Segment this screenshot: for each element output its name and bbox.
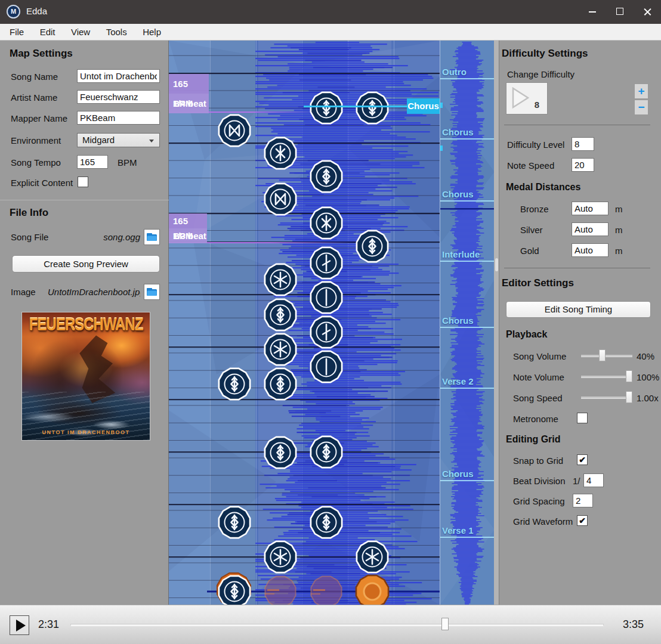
mapper-name-input[interactable] <box>77 111 160 125</box>
nav-section-label[interactable]: Chorus <box>442 127 474 137</box>
note-rune-diamond[interactable] <box>265 437 296 468</box>
window-title: Edda <box>26 6 47 16</box>
metronome-checkbox[interactable] <box>577 413 588 423</box>
nav-section-label[interactable]: Chorus <box>442 469 474 479</box>
note-rune-diamond[interactable] <box>219 576 250 605</box>
artist-name-input[interactable] <box>77 90 160 104</box>
add-difficulty-button[interactable]: + <box>634 83 648 99</box>
title-bar[interactable]: M Edda <box>0 0 661 24</box>
note-rune-diamond[interactable] <box>357 231 388 262</box>
note-rune-diamond[interactable] <box>219 507 250 538</box>
nav-section-label[interactable]: Chorus <box>442 189 474 199</box>
grid-spacing-input[interactable] <box>573 494 593 507</box>
song-tempo-input[interactable] <box>77 155 108 169</box>
close-button[interactable] <box>634 0 661 24</box>
menu-item-help[interactable]: Help <box>136 24 168 40</box>
note-rune-isaz[interactable] <box>311 351 342 382</box>
menu-item-edit[interactable]: Edit <box>33 24 62 40</box>
artist-name-label: Artist Name <box>11 92 57 103</box>
note-rune-star[interactable] <box>265 264 296 295</box>
note-rune-isaz[interactable] <box>311 282 342 313</box>
song-file-browse-button[interactable] <box>144 229 160 245</box>
nav-section-label[interactable]: Outro <box>442 67 467 77</box>
snap-to-grid-checkbox[interactable] <box>577 454 588 465</box>
menu-item-file[interactable]: File <box>3 24 30 40</box>
nav-section-line <box>440 78 494 79</box>
create-song-preview-button[interactable]: Create Song Preview <box>12 255 160 273</box>
nav-section-label[interactable]: Chorus <box>442 315 474 326</box>
difficulty-select-button[interactable]: 8 <box>506 82 548 114</box>
note-rune-diamond[interactable] <box>311 92 342 123</box>
note-rune-diamond[interactable] <box>265 299 296 330</box>
song-name-input[interactable] <box>77 69 160 83</box>
note-rune-diamond[interactable] <box>311 507 342 538</box>
seek-thumb[interactable] <box>441 618 449 630</box>
note-rune-star[interactable] <box>357 541 388 572</box>
bronze-unit: m <box>615 204 623 214</box>
image-label: Image <box>11 287 36 297</box>
edit-song-timing-button[interactable]: Edit Song Timing <box>506 301 651 318</box>
bronze-label: Bronze <box>520 204 549 214</box>
song-navigation-waveform[interactable]: OutroChorusChorusInterludeChorusVerse 2C… <box>440 41 494 605</box>
nav-section-line <box>440 200 494 202</box>
explicit-content-checkbox[interactable] <box>78 177 88 187</box>
note-rune-diamond[interactable] <box>357 92 388 123</box>
bpm-marker-division: 1/4 beat <box>169 94 209 113</box>
note-rune-diamond[interactable] <box>311 161 342 192</box>
transport-bar: 2:31 3:35 <box>0 605 661 644</box>
bronze-distance-input[interactable] <box>572 202 609 215</box>
note-editor-grid[interactable]: Chorus 165 BPM 1/4 beat 165 BPM 1/3 beat <box>169 41 440 605</box>
note-rune-diamond[interactable] <box>311 436 342 467</box>
hit-effect-ghost <box>311 576 342 605</box>
explicit-content-label: Explicit Content <box>11 178 73 188</box>
total-time: 3:35 <box>623 618 644 631</box>
note-rune-hagall[interactable] <box>265 138 296 169</box>
silver-distance-input[interactable] <box>572 222 609 236</box>
image-browse-button[interactable] <box>144 284 160 300</box>
note-volume-value: 100% <box>637 372 659 382</box>
gold-distance-input[interactable] <box>572 243 609 257</box>
song-tempo-label: Song Tempo <box>11 157 61 168</box>
scrollbar-thumb[interactable] <box>495 258 498 271</box>
nav-section-label[interactable]: Interlude <box>442 249 480 259</box>
map-settings-panel: Map Settings Song Name Artist Name Mappe… <box>0 41 169 605</box>
note-rune-dagaz[interactable] <box>265 184 296 215</box>
environment-select[interactable]: Midgard <box>77 133 160 147</box>
editor-scrollbar[interactable] <box>494 41 499 605</box>
maximize-button[interactable] <box>606 0 634 24</box>
note-rune-diamond[interactable] <box>219 369 250 400</box>
note-rune-dagaz[interactable] <box>219 115 250 146</box>
minimize-button[interactable] <box>579 0 606 24</box>
note-rune-naudiz[interactable] <box>311 317 342 348</box>
menu-item-view[interactable]: View <box>64 24 97 40</box>
grid-waveform-checkbox[interactable] <box>577 515 588 526</box>
slider-thumb[interactable] <box>599 349 606 361</box>
difficulty-level-input[interactable] <box>572 137 594 151</box>
bpm-marker[interactable]: 165 BPM 1/4 beat <box>169 74 209 113</box>
play-button[interactable] <box>10 615 29 635</box>
note-rune-naudiz[interactable] <box>311 247 342 278</box>
snap-to-grid-label: Snap to Grid <box>513 456 563 466</box>
menu-item-tools[interactable]: Tools <box>100 24 134 40</box>
seek-bar[interactable] <box>70 624 604 626</box>
bpm-marker[interactable]: 165 BPM 1/3 beat <box>169 213 207 243</box>
slider-thumb[interactable] <box>626 391 632 403</box>
note-rune-star[interactable] <box>265 541 296 572</box>
bookmark-chip[interactable]: Chorus <box>407 98 440 114</box>
gold-label: Gold <box>520 246 539 256</box>
bpm-marker-tempo: 165 BPM <box>169 74 209 94</box>
note-rune-star[interactable] <box>265 334 296 365</box>
note-rune-diamond[interactable] <box>265 369 296 400</box>
remove-difficulty-button[interactable]: − <box>634 100 648 115</box>
note-speed-input[interactable] <box>572 158 594 172</box>
note-volume-slider[interactable] <box>581 370 632 382</box>
hit-effect-ghost <box>265 576 296 605</box>
nav-section-label[interactable]: Verse 1 <box>442 525 474 535</box>
nav-section-label[interactable]: Verse 2 <box>442 376 474 386</box>
slider-thumb[interactable] <box>626 370 632 382</box>
beat-division-input[interactable] <box>583 473 604 487</box>
medal-distances-title: Medal Distances <box>506 182 580 193</box>
song-speed-slider[interactable] <box>581 391 632 403</box>
song-volume-slider[interactable] <box>581 349 632 361</box>
note-rune-hagall[interactable] <box>311 208 342 239</box>
